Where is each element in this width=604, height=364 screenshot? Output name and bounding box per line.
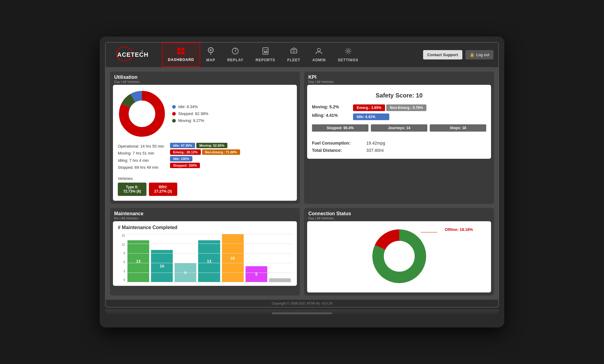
moving-dot — [172, 119, 176, 123]
svg-point-5 — [130, 49, 132, 50]
copyright-text: Copyright © 2008-2021 AT5R ltd. v3.0.29 — [272, 302, 333, 305]
bar-3: 6 — [175, 234, 196, 282]
svg-line-40 — [294, 48, 297, 49]
kpi-emerg-chip: Emerg.: 3.85% — [353, 104, 385, 111]
contact-support-button[interactable]: Contact Support — [423, 50, 462, 59]
bar-idle-pct: Idle: 47.35% — [170, 143, 195, 148]
chart-area: 13 10 — [126, 234, 292, 282]
vehicle-rrv: RRV:27.27% (3) — [149, 183, 178, 196]
utilisation-panel: Utilisation Day | All Vehicles — [110, 72, 300, 204]
nav-label-admin: ADMIN — [312, 58, 326, 62]
kpi-idling-bars: Idle: 4.41% — [353, 113, 486, 120]
svg-line-39 — [291, 48, 294, 49]
bar-7 — [269, 234, 291, 282]
nav-label-settings: SETTINGS — [338, 58, 358, 62]
svg-point-14 — [121, 60, 123, 61]
bar-row-3: Idle: 100% — [170, 156, 240, 161]
offline-line — [421, 232, 437, 232]
vehicle-type2: Type II:72.73% (8) — [118, 183, 146, 196]
distance-label: Total Distance: — [312, 147, 366, 154]
kpi-header: KPI Day | All Vehicles — [304, 72, 494, 85]
kpi-title: KPI — [308, 75, 490, 80]
kpi-bottom-row: Stopped: 90.4% Journeys: 14 Stops: 18 — [312, 124, 486, 132]
logout-button[interactable]: 🔒 Log out — [465, 50, 493, 59]
nav-items: DASHBOARD MAP — [162, 43, 423, 67]
svg-point-2 — [124, 46, 125, 48]
nav-item-fleet[interactable]: FLEET — [281, 43, 306, 67]
kpi-fuel-section: Fuel Consumption: 19.42mpg Total Distanc… — [312, 139, 486, 154]
offline-label: Offline: 18.18% — [445, 227, 473, 232]
nav-label-reports: REPORTS — [255, 58, 275, 62]
bar-row-4: Stopped: 100% — [170, 163, 240, 168]
kpi-idle-chip: Idle: 4.41% — [353, 113, 389, 120]
svg-rect-34 — [263, 48, 268, 54]
maintenance-body: # Maintenance Completed 15 12 9 6 3 0 — [113, 221, 297, 286]
maintenance-header: Maintenance 6m | All Vehicles — [110, 208, 300, 221]
connection-header: Connection Status Day | All Vehicles — [304, 208, 494, 221]
connection-title: Connection Status — [308, 211, 490, 216]
nav-item-dashboard[interactable]: DASHBOARD — [162, 43, 200, 67]
svg-rect-23 — [181, 48, 185, 51]
connection-donut — [369, 226, 429, 288]
svg-point-15 — [124, 60, 125, 62]
legend-moving: Moving: 9.27% — [172, 118, 208, 123]
svg-point-49 — [345, 48, 351, 54]
utilisation-header: Utilisation Day | All Vehicles — [110, 72, 300, 85]
screen: ACETECH ™ DASHBOA — [105, 42, 499, 308]
footer: Copyright © 2008-2021 AT5R ltd. v3.0.29 — [106, 300, 498, 307]
laptop-base — [105, 309, 499, 315]
svg-point-17 — [129, 59, 130, 60]
utilisation-body: Idle: 8.34% Stopped: 82.38% Moving: 9.27… — [113, 85, 297, 201]
bar-row-1: Idle: 47.35% Moving: 52.65% — [170, 143, 240, 148]
svg-rect-36 — [264, 51, 265, 53]
svg-line-33 — [235, 49, 237, 51]
chart-title: # Maintenance Completed — [118, 225, 292, 230]
bar-stopped-100: Stopped: 100% — [170, 163, 200, 168]
kpi-panel: KPI Day | All Vehicles Safety Score: 10 … — [304, 72, 494, 204]
bar-5: 15 — [222, 234, 244, 282]
kpi-moving-label: Moving: 5.2% — [312, 104, 348, 109]
fuel-value: 19.42mpg — [366, 139, 486, 147]
map-icon — [207, 47, 215, 57]
svg-rect-22 — [177, 48, 181, 51]
nav-label-dashboard: DASHBOARD — [168, 58, 194, 62]
kpi-nonemerg-chip: Non-Emerg.: 5.76% — [386, 104, 426, 111]
maintenance-subtitle: 6m | All Vehicles — [114, 216, 296, 220]
nav-label-replay: REPLAY — [227, 58, 244, 62]
y-axis: 15 12 9 6 3 0 — [118, 234, 126, 282]
fuel-label: Fuel Consumption: — [312, 139, 366, 147]
svg-text:™: ™ — [141, 50, 143, 53]
vehicle-chips: Type II:72.73% (8) RRV:27.27% (3) — [118, 183, 292, 196]
svg-point-9 — [116, 53, 117, 55]
replay-icon — [231, 47, 239, 57]
legend-stopped: Stopped: 82.38% — [172, 111, 208, 116]
kpi-body: Safety Score: 10 Moving: 5.2% Idling: 4.… — [307, 85, 491, 159]
bar-2: 10 — [151, 234, 173, 282]
nav-item-map[interactable]: MAP — [200, 43, 221, 67]
bar-nonemerg-pct: Non-Emerg.: 71.88% — [202, 149, 240, 155]
nav-item-settings[interactable]: SETTINGS — [332, 43, 365, 67]
maintenance-title: Maintenance — [114, 211, 296, 216]
utilisation-donut — [118, 90, 166, 138]
svg-point-13 — [119, 59, 120, 60]
fleet-icon — [290, 47, 298, 57]
nav-item-reports[interactable]: REPORTS — [249, 43, 281, 67]
nav-item-admin[interactable]: ADMIN — [306, 43, 332, 67]
nav-right: Contact Support 🔒 Log out — [423, 50, 493, 59]
stats-text: Operational: 14 hrs 55 min Moving: 7 hrs… — [118, 143, 164, 171]
safety-score: Safety Score: 10 — [312, 90, 486, 100]
bar-4: 13 — [198, 234, 220, 282]
svg-rect-25 — [181, 51, 185, 54]
kpi-idling-label: Idling: 4.41% — [312, 113, 348, 118]
dashboard-icon — [177, 47, 185, 56]
nav-item-replay[interactable]: REPLAY — [221, 43, 250, 67]
utilisation-stats: Operational: 14 hrs 55 min Moving: 7 hrs… — [118, 143, 292, 171]
svg-text:ACETECH: ACETECH — [117, 51, 149, 58]
connection-body: Offline: 18.18% — [307, 221, 491, 292]
bar-emerg-pct: Emerg.: 28.12% — [170, 149, 201, 155]
logo: ACETECH ™ — [111, 46, 153, 64]
bars-container: 13 10 — [126, 234, 292, 282]
kpi-row-main: Moving: 5.2% Idling: 4.41% Emerg.: 3.85%… — [312, 104, 486, 120]
nav-label-map: MAP — [206, 58, 215, 62]
svg-point-55 — [384, 241, 415, 272]
